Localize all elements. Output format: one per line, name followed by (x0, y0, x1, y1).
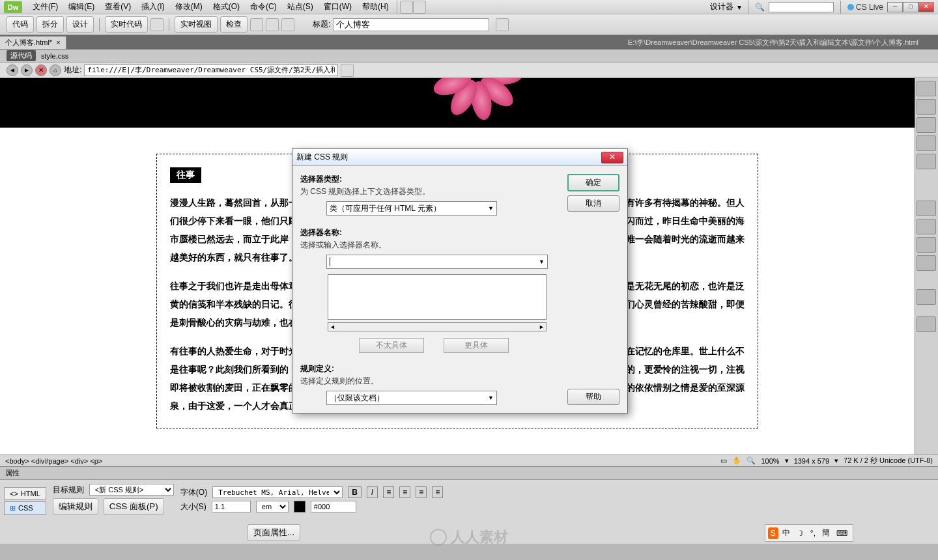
page-properties-button[interactable]: 页面属性... (248, 524, 300, 541)
panel-icon[interactable] (917, 201, 936, 216)
menu-commands[interactable]: 命令(C) (245, 0, 282, 14)
panel-icon[interactable] (917, 135, 936, 151)
panel-icon[interactable] (917, 117, 936, 133)
address-go-icon[interactable] (341, 64, 354, 77)
hand-tool-icon[interactable]: ✋ (732, 456, 741, 465)
ok-button[interactable]: 确定 (567, 174, 619, 191)
visual-aids-icon[interactable] (266, 18, 279, 31)
size-input[interactable] (212, 501, 251, 512)
preview-scrollbar[interactable]: ◄► (328, 322, 547, 331)
dialog-titlebar[interactable]: 新建 CSS 规则 ✕ (292, 149, 627, 166)
tag-selector-bar[interactable]: <body> <div#page> <div> <p> ▭ ✋ 🔍 100% ▾… (0, 455, 938, 466)
split-view-button[interactable]: 拆分 (36, 16, 64, 33)
menu-window[interactable]: 窗口(W) (319, 0, 357, 14)
panel-icon[interactable] (917, 99, 936, 115)
panel-icon[interactable] (917, 316, 936, 332)
source-code-tab[interactable]: 源代码 (7, 50, 36, 61)
menu-modify[interactable]: 修改(M) (170, 0, 208, 14)
dialog-close-icon[interactable]: ✕ (601, 152, 623, 163)
select-tool-icon[interactable]: ▭ (720, 456, 727, 465)
design-view-button[interactable]: 设计 (66, 16, 94, 33)
maximize-icon[interactable]: □ (903, 2, 918, 12)
panel-icon[interactable] (917, 255, 936, 271)
edit-rule-button[interactable]: 编辑规则 (53, 498, 98, 515)
menu-insert[interactable]: 插入(I) (136, 0, 169, 14)
align-center-icon[interactable]: ≡ (399, 486, 410, 498)
panel-icon[interactable] (917, 237, 936, 253)
italic-button[interactable]: I (367, 486, 378, 498)
color-swatch[interactable] (294, 501, 306, 512)
menu-edit[interactable]: 编辑(E) (63, 0, 100, 14)
selector-name-input[interactable]: ▼ (326, 255, 548, 269)
help-button[interactable]: 帮助 (567, 389, 619, 405)
selector-preview (328, 274, 547, 320)
menu-help[interactable]: 帮助(H) (357, 0, 394, 14)
cslive-button[interactable]: CS Live (847, 3, 883, 12)
cancel-button[interactable]: 取消 (567, 195, 619, 212)
nav-forward-icon[interactable]: ► (21, 64, 33, 76)
refresh-icon[interactable] (281, 18, 294, 31)
less-specific-button[interactable]: 不太具体 (359, 338, 424, 353)
close-icon[interactable]: ✕ (918, 2, 934, 12)
zoom-level[interactable]: 100% (761, 457, 779, 465)
bold-button[interactable]: B (348, 486, 362, 498)
html-properties-tab[interactable]: <>HTML (4, 487, 46, 500)
ime-logo-icon[interactable]: S (768, 527, 778, 539)
menubar: Dw 文件(F) 编辑(E) 查看(V) 插入(I) 修改(M) 格式(O) 命… (0, 0, 938, 14)
color-input[interactable] (311, 501, 356, 512)
ime-lang[interactable]: 中 (780, 526, 793, 540)
panel-icon[interactable] (917, 289, 936, 305)
search-input[interactable] (769, 2, 834, 12)
zoom-tool-icon[interactable]: 🔍 (746, 456, 756, 465)
menu-site[interactable]: 站点(S) (282, 0, 319, 14)
layout-icon[interactable] (400, 1, 413, 14)
panel-icon[interactable] (917, 154, 936, 169)
inspect-button[interactable]: 检查 (220, 16, 248, 33)
menu-file[interactable]: 文件(F) (27, 0, 63, 14)
extend-icon[interactable] (413, 1, 426, 14)
ime-toolbar[interactable]: S 中 ☽ °, 簡 ⌨ (765, 524, 853, 542)
article-heading: 往事 (170, 167, 201, 183)
nav-home-icon[interactable]: ⌂ (50, 64, 61, 76)
watermark: 人人素材 (430, 527, 508, 547)
selector-type-combo[interactable]: 类（可应用于任何 HTML 元素）▼ (326, 201, 497, 216)
nav-back-icon[interactable]: ◄ (7, 64, 18, 76)
title-input[interactable] (333, 18, 489, 31)
ime-keyboard-icon[interactable]: ⌨ (834, 527, 850, 539)
minimize-icon[interactable]: ─ (887, 2, 903, 12)
live-view-button[interactable]: 实时视图 (175, 16, 218, 33)
panel-icon[interactable] (917, 81, 936, 96)
page-size: 72 K / 2 秒 Unicode (UTF-8) (844, 456, 933, 466)
nav-stop-icon[interactable]: ✕ (35, 64, 47, 76)
address-input[interactable] (84, 64, 338, 76)
css-panel-button[interactable]: CSS 面板(P) (104, 498, 164, 515)
tab-close-icon[interactable]: × (56, 38, 60, 46)
file-tab[interactable]: 个人博客.html* × (0, 36, 66, 49)
ime-moon-icon[interactable]: ☽ (794, 527, 806, 539)
ime-trad[interactable]: 簡 (819, 526, 832, 540)
rule-def-combo[interactable]: （仅限该文档）▼ (326, 391, 497, 405)
properties-header[interactable]: 属性 (0, 467, 938, 480)
css-properties-tab[interactable]: ⊞CSS (4, 501, 46, 515)
menu-view[interactable]: 查看(V) (100, 0, 136, 14)
related-css[interactable]: style.css (41, 52, 68, 60)
ime-punct-icon[interactable]: °, (808, 527, 818, 539)
size-label: 大小(S) (180, 501, 206, 512)
font-select[interactable]: Trebuchet MS, Arial, Helvetica (212, 486, 343, 498)
live-code-button[interactable]: 实时代码 (105, 16, 148, 33)
banner-image (0, 78, 915, 128)
size-unit-select[interactable]: em (256, 501, 289, 512)
align-right-icon[interactable]: ≡ (416, 486, 427, 498)
code-view-button[interactable]: 代码 (7, 16, 34, 33)
workspace-switcher[interactable]: 设计器 (710, 1, 733, 12)
more-specific-button[interactable]: 更具体 (444, 338, 509, 353)
file-mgmt-icon[interactable] (496, 18, 509, 31)
align-left-icon[interactable]: ≡ (383, 486, 394, 498)
live-code-icon[interactable] (150, 18, 163, 31)
panel-icon[interactable] (917, 219, 936, 234)
align-justify-icon[interactable]: ≡ (432, 486, 443, 498)
menu-format[interactable]: 格式(O) (208, 0, 245, 14)
target-rule-select[interactable]: <新 CSS 规则> (89, 484, 174, 496)
rule-def-desc: 选择定义规则的位置。 (300, 376, 560, 387)
browser-icon[interactable] (250, 18, 263, 31)
